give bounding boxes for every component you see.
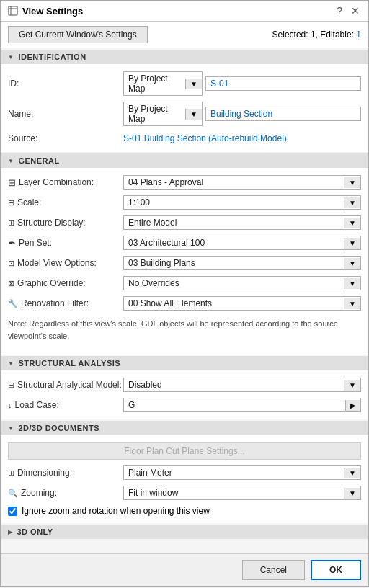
structure-display-label: ⊞ Structure Display: [8,218,123,228]
name-dropdown[interactable]: By Project Map ▼ [123,102,203,126]
cancel-button[interactable]: Cancel [242,560,305,580]
model-view-options-value: 03 Building Plans ▼ [123,256,361,270]
analytical-model-label: ⊟ Structural Analytical Model: [8,380,123,390]
structural-analysis-section-header: ▼ STRUCTURAL ANALYSIS [1,356,368,370]
structural-analysis-label: STRUCTURAL ANALYSIS [18,359,120,368]
dimensioning-label: ⊞ Dimensioning: [8,468,123,478]
zooming-value: Fit in window ▼ [123,486,361,500]
load-case-arrow[interactable]: ▶ [345,400,360,411]
source-field-row: Source: S-01 Building Section (Auto-rebu… [8,129,361,148]
dimensioning-dropdown[interactable]: Plain Meter ▼ [123,466,361,480]
3d-only-label: 3D ONLY [17,527,53,536]
general-collapse-icon[interactable]: ▼ [8,158,14,164]
model-view-options-label: ⊡ Model View Options: [8,258,123,268]
zooming-row: 🔍 Zooming: Fit in window ▼ [8,483,361,503]
structure-display-dropdown[interactable]: Entire Model ▼ [123,215,361,230]
structure-display-value: Entire Model ▼ [123,215,361,230]
name-dropdown-arrow[interactable]: ▼ [185,109,202,120]
identification-section-body: ID: By Project Map ▼ S-01 Name: By Proje… [1,64,368,152]
title-bar-left: View Settings [8,6,83,17]
scale-dropdown[interactable]: 1:100 ▼ [123,195,361,210]
analytical-model-arrow[interactable]: ▼ [344,380,360,391]
toolbar: Get Current Window's Settings Selected: … [1,22,368,48]
graphic-override-value: No Overrides ▼ [123,276,361,290]
3d-only-collapse-icon[interactable]: ▶ [8,529,13,535]
scale-label: ⊟ Scale: [8,197,123,208]
model-view-options-arrow[interactable]: ▼ [344,258,360,269]
ok-button[interactable]: OK [311,560,361,580]
ignore-zoom-checkbox[interactable] [8,507,17,516]
layer-combination-dropdown[interactable]: 04 Plans - Approval ▼ [123,175,361,190]
view-settings-dialog: View Settings ? ✕ Get Current Window's S… [0,0,369,587]
model-view-options-dropdown[interactable]: 03 Building Plans ▼ [123,256,361,270]
zooming-arrow[interactable]: ▼ [344,488,360,499]
structure-display-arrow[interactable]: ▼ [344,218,360,228]
id-value[interactable]: S-01 [205,76,361,91]
structure-display-row: ⊞ Structure Display: Entire Model ▼ [8,213,361,233]
layer-combination-label: ⊞ Layer Combination: [8,177,123,188]
identification-section-header: ▼ IDENTIFICATION [1,50,368,64]
pen-set-value: 03 Architectural 100 ▼ [123,236,361,250]
3d-only-body [1,539,368,553]
model-view-options-row: ⊡ Model View Options: 03 Building Plans … [8,253,361,273]
pen-set-dropdown[interactable]: 03 Architectural 100 ▼ [123,236,361,250]
pen-set-arrow[interactable]: ▼ [344,238,360,249]
floor-plan-cut-plane-button[interactable]: Floor Plan Cut Plane Settings... [8,442,361,460]
renovation-filter-arrow[interactable]: ▼ [344,298,360,309]
layer-combination-arrow[interactable]: ▼ [344,177,360,188]
ignore-zoom-label: Ignore zoom and rotation when opening th… [22,506,210,516]
help-button[interactable]: ? [335,5,344,17]
view-settings-icon [8,6,18,16]
footer: Cancel OK [1,553,368,586]
id-dropdown[interactable]: By Project Map ▼ [123,71,203,96]
general-section-body: ⊞ Layer Combination: 04 Plans - Approval… [1,168,368,355]
scale-arrow[interactable]: ▼ [344,197,360,208]
name-value[interactable]: Building Section [205,107,361,121]
identification-collapse-icon[interactable]: ▼ [8,54,14,61]
analytical-model-dropdown[interactable]: Disabled ▼ [123,378,361,392]
renovation-filter-label: 🔧 Renovation Filter: [8,298,123,308]
name-field-row: Name: By Project Map ▼ Building Section [8,99,361,129]
general-note: Note: Regardless of this view's scale, G… [8,313,361,344]
close-button[interactable]: ✕ [350,5,361,17]
ignore-zoom-checkbox-row: Ignore zoom and rotation when opening th… [8,503,361,519]
analytical-model-value: Disabled ▼ [123,378,361,392]
structural-analysis-collapse-icon[interactable]: ▼ [8,360,14,367]
name-field-value: By Project Map ▼ Building Section [123,102,361,126]
documents-section-body: Floor Plan Cut Plane Settings... ⊞ Dimen… [1,435,368,523]
scale-row: ⊟ Scale: 1:100 ▼ [8,192,361,213]
source-field-value: S-01 Building Section (Auto-rebuild Mode… [123,133,361,143]
general-section-header: ▼ GENERAL [1,153,368,168]
scale-value: 1:100 ▼ [123,195,361,210]
dialog-title: View Settings [22,6,83,17]
zooming-dropdown[interactable]: Fit in window ▼ [123,486,361,500]
structural-analysis-section-body: ⊟ Structural Analytical Model: Disabled … [1,370,368,419]
layer-combination-value: 04 Plans - Approval ▼ [123,175,361,190]
identification-label: IDENTIFICATION [18,53,86,61]
documents-collapse-icon[interactable]: ▼ [8,425,14,432]
id-field-row: ID: By Project Map ▼ S-01 [8,68,361,99]
dimensioning-arrow[interactable]: ▼ [344,468,360,478]
dimensioning-value: Plain Meter ▼ [123,466,361,480]
selected-info: Selected: 1, Editable: 1 [272,30,361,40]
graphic-override-arrow[interactable]: ▼ [344,278,360,289]
source-label: Source: [8,133,123,143]
load-case-value: G ▶ [123,398,361,412]
title-bar: View Settings ? ✕ [1,1,368,22]
name-label: Name: [8,109,123,119]
source-value: S-01 Building Section (Auto-rebuild Mode… [123,133,287,143]
pen-set-label: ✒ Pen Set: [8,238,123,249]
id-label: ID: [8,79,123,89]
graphic-override-row: ⊠ Graphic Override: No Overrides ▼ [8,273,361,293]
id-dropdown-arrow[interactable]: ▼ [185,79,202,89]
renovation-filter-row: 🔧 Renovation Filter: 00 Show All Element… [8,293,361,313]
renovation-filter-dropdown[interactable]: 00 Show All Elements ▼ [123,296,361,311]
load-case-row: ↓ Load Case: G ▶ [8,395,361,415]
graphic-override-dropdown[interactable]: No Overrides ▼ [123,276,361,290]
zooming-label: 🔍 Zooming: [8,488,123,498]
get-settings-button[interactable]: Get Current Window's Settings [8,26,148,43]
dimensioning-row: ⊞ Dimensioning: Plain Meter ▼ [8,463,361,483]
load-case-dropdown[interactable]: G ▶ [123,398,361,412]
analytical-model-row: ⊟ Structural Analytical Model: Disabled … [8,375,361,395]
id-field-value: By Project Map ▼ S-01 [123,71,361,96]
